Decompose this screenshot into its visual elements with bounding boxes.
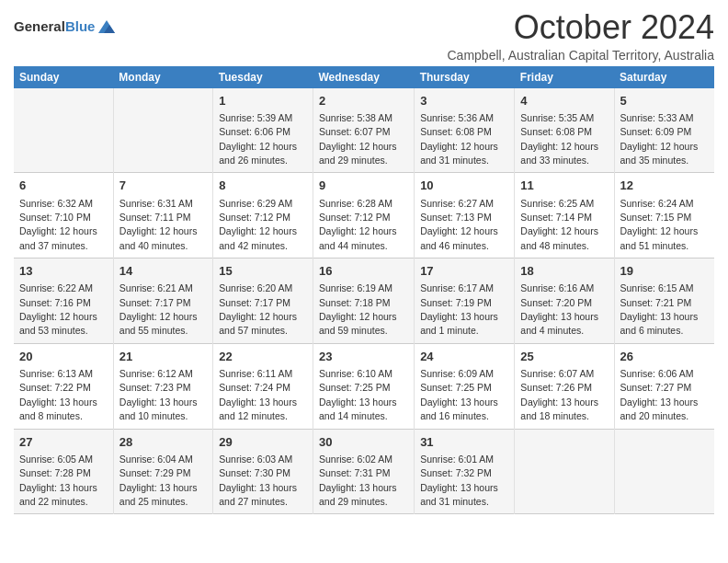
day-number: 28	[119, 434, 207, 451]
day-number: 24	[420, 349, 508, 365]
day-info: Sunrise: 6:15 AM Sunset: 7:21 PM Dayligh…	[620, 282, 699, 336]
day-info: Sunrise: 6:09 AM Sunset: 7:25 PM Dayligh…	[420, 368, 498, 421]
day-cell: 19Sunrise: 6:15 AM Sunset: 7:21 PM Dayli…	[614, 259, 714, 344]
day-number: 11	[520, 178, 608, 194]
day-cell: 8Sunrise: 6:29 AM Sunset: 7:12 PM Daylig…	[213, 173, 313, 259]
day-info: Sunrise: 5:33 AM Sunset: 6:09 PM Dayligh…	[620, 112, 699, 166]
day-number: 16	[319, 263, 408, 280]
day-cell: 15Sunrise: 6:20 AM Sunset: 7:17 PM Dayli…	[213, 259, 313, 344]
day-info: Sunrise: 6:22 AM Sunset: 7:16 PM Dayligh…	[19, 282, 97, 336]
day-number: 26	[620, 349, 710, 365]
day-cell: 10Sunrise: 6:27 AM Sunset: 7:13 PM Dayli…	[415, 173, 515, 259]
day-number: 29	[219, 434, 307, 451]
day-info: Sunrise: 6:01 AM Sunset: 7:32 PM Dayligh…	[420, 454, 498, 507]
day-header-thursday: Thursday	[415, 66, 515, 88]
day-number: 25	[520, 349, 608, 365]
location-title: Campbell, Australian Capital Territory, …	[448, 48, 715, 63]
day-cell	[113, 88, 212, 173]
day-number: 3	[420, 93, 508, 109]
day-header-friday: Friday	[515, 66, 614, 88]
day-info: Sunrise: 6:04 AM Sunset: 7:29 PM Dayligh…	[119, 454, 198, 507]
day-cell	[515, 429, 614, 514]
day-info: Sunrise: 6:13 AM Sunset: 7:22 PM Dayligh…	[19, 368, 97, 421]
day-cell: 17Sunrise: 6:17 AM Sunset: 7:19 PM Dayli…	[415, 259, 515, 344]
day-cell: 12Sunrise: 6:24 AM Sunset: 7:15 PM Dayli…	[614, 173, 714, 259]
day-number: 1	[219, 93, 307, 109]
day-number: 20	[19, 349, 108, 365]
day-info: Sunrise: 6:11 AM Sunset: 7:24 PM Dayligh…	[219, 368, 297, 421]
day-cell: 21Sunrise: 6:12 AM Sunset: 7:23 PM Dayli…	[113, 343, 212, 429]
logo-text: GeneralBlue	[14, 17, 117, 37]
day-number: 14	[119, 263, 207, 280]
day-cell: 3Sunrise: 5:36 AM Sunset: 6:08 PM Daylig…	[415, 88, 515, 173]
day-cell: 27Sunrise: 6:05 AM Sunset: 7:28 PM Dayli…	[14, 429, 113, 514]
day-info: Sunrise: 6:05 AM Sunset: 7:28 PM Dayligh…	[19, 454, 97, 507]
month-title: October 2024	[448, 9, 715, 46]
day-cell: 6Sunrise: 6:32 AM Sunset: 7:10 PM Daylig…	[14, 173, 113, 259]
day-cell	[614, 429, 714, 514]
day-number: 15	[219, 263, 307, 280]
logo-blue: Blue	[65, 18, 96, 34]
day-cell: 1Sunrise: 5:39 AM Sunset: 6:06 PM Daylig…	[213, 88, 313, 173]
day-header-saturday: Saturday	[614, 66, 714, 88]
day-info: Sunrise: 6:17 AM Sunset: 7:19 PM Dayligh…	[420, 282, 498, 336]
logo-general: General	[14, 18, 65, 34]
day-number: 10	[420, 178, 508, 194]
day-info: Sunrise: 5:38 AM Sunset: 6:07 PM Dayligh…	[319, 112, 397, 166]
day-cell: 29Sunrise: 6:03 AM Sunset: 7:30 PM Dayli…	[213, 429, 313, 514]
day-cell: 13Sunrise: 6:22 AM Sunset: 7:16 PM Dayli…	[14, 259, 113, 344]
day-info: Sunrise: 5:36 AM Sunset: 6:08 PM Dayligh…	[420, 112, 498, 166]
day-number: 9	[319, 178, 408, 194]
week-row-5: 27Sunrise: 6:05 AM Sunset: 7:28 PM Dayli…	[14, 429, 714, 514]
day-cell: 2Sunrise: 5:38 AM Sunset: 6:07 PM Daylig…	[313, 88, 414, 173]
day-cell: 9Sunrise: 6:28 AM Sunset: 7:12 PM Daylig…	[313, 173, 414, 259]
day-number: 18	[520, 263, 608, 280]
logo-icon	[97, 17, 117, 37]
day-cell: 25Sunrise: 6:07 AM Sunset: 7:26 PM Dayli…	[515, 343, 614, 429]
day-info: Sunrise: 6:20 AM Sunset: 7:17 PM Dayligh…	[219, 282, 297, 336]
day-cell: 26Sunrise: 6:06 AM Sunset: 7:27 PM Dayli…	[614, 343, 714, 429]
day-info: Sunrise: 6:31 AM Sunset: 7:11 PM Dayligh…	[119, 198, 198, 251]
day-cell: 14Sunrise: 6:21 AM Sunset: 7:17 PM Dayli…	[113, 259, 212, 344]
day-info: Sunrise: 6:16 AM Sunset: 7:20 PM Dayligh…	[520, 282, 598, 336]
day-info: Sunrise: 6:07 AM Sunset: 7:26 PM Dayligh…	[520, 368, 598, 421]
day-number: 4	[520, 93, 608, 109]
day-info: Sunrise: 6:10 AM Sunset: 7:25 PM Dayligh…	[319, 368, 397, 421]
day-number: 23	[319, 349, 408, 365]
day-info: Sunrise: 6:24 AM Sunset: 7:15 PM Dayligh…	[620, 198, 699, 251]
day-number: 17	[420, 263, 508, 280]
day-info: Sunrise: 6:28 AM Sunset: 7:12 PM Dayligh…	[319, 198, 397, 251]
day-cell: 11Sunrise: 6:25 AM Sunset: 7:14 PM Dayli…	[515, 173, 614, 259]
day-number: 2	[319, 93, 408, 109]
day-info: Sunrise: 6:32 AM Sunset: 7:10 PM Dayligh…	[19, 198, 97, 251]
day-info: Sunrise: 6:03 AM Sunset: 7:30 PM Dayligh…	[219, 454, 297, 507]
day-cell: 18Sunrise: 6:16 AM Sunset: 7:20 PM Dayli…	[515, 259, 614, 344]
day-number: 21	[119, 349, 207, 365]
day-cell: 7Sunrise: 6:31 AM Sunset: 7:11 PM Daylig…	[113, 173, 212, 259]
day-header-monday: Monday	[113, 66, 212, 88]
day-number: 7	[119, 178, 207, 194]
day-info: Sunrise: 6:21 AM Sunset: 7:17 PM Dayligh…	[119, 282, 198, 336]
day-info: Sunrise: 6:02 AM Sunset: 7:31 PM Dayligh…	[319, 454, 397, 507]
week-row-2: 6Sunrise: 6:32 AM Sunset: 7:10 PM Daylig…	[14, 173, 714, 259]
day-cell: 31Sunrise: 6:01 AM Sunset: 7:32 PM Dayli…	[415, 429, 515, 514]
day-number: 8	[219, 178, 307, 194]
day-number: 5	[620, 93, 710, 109]
title-area: October 2024 Campbell, Australian Capita…	[448, 9, 715, 63]
day-cell: 24Sunrise: 6:09 AM Sunset: 7:25 PM Dayli…	[415, 343, 515, 429]
logo: GeneralBlue	[14, 17, 117, 37]
day-number: 27	[19, 434, 108, 451]
day-header-wednesday: Wednesday	[313, 66, 414, 88]
day-number: 19	[620, 263, 710, 280]
day-number: 13	[19, 263, 108, 280]
day-number: 30	[319, 434, 408, 451]
week-row-1: 1Sunrise: 5:39 AM Sunset: 6:06 PM Daylig…	[14, 88, 714, 173]
day-info: Sunrise: 5:35 AM Sunset: 6:08 PM Dayligh…	[520, 112, 598, 166]
day-info: Sunrise: 6:25 AM Sunset: 7:14 PM Dayligh…	[520, 198, 598, 251]
day-number: 12	[620, 178, 710, 194]
day-number: 22	[219, 349, 307, 365]
day-cell: 28Sunrise: 6:04 AM Sunset: 7:29 PM Dayli…	[113, 429, 212, 514]
header: GeneralBlue October 2024 Campbell, Austr…	[14, 9, 714, 63]
week-row-3: 13Sunrise: 6:22 AM Sunset: 7:16 PM Dayli…	[14, 259, 714, 344]
day-info: Sunrise: 6:29 AM Sunset: 7:12 PM Dayligh…	[219, 198, 297, 251]
